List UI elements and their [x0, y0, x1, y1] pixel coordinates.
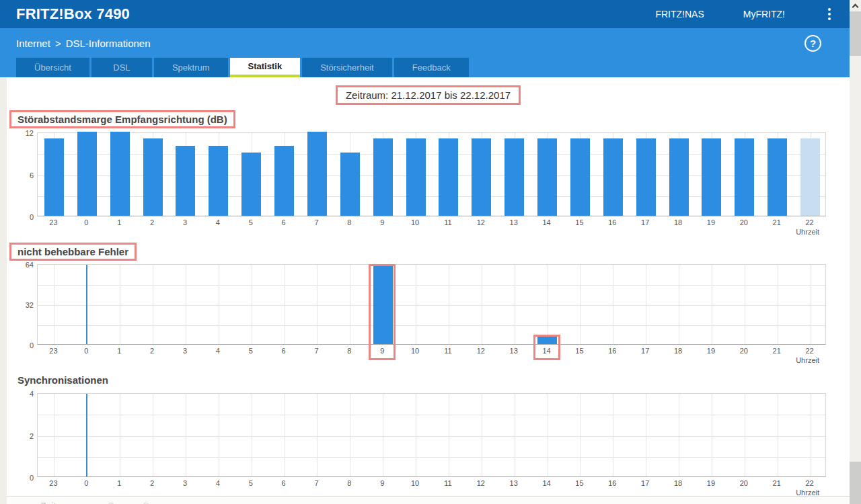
- bar: [44, 138, 64, 216]
- y-tick-label: 0: [12, 474, 34, 482]
- tab-bar: ÜbersichtDSLSpektrumStatistikStörsicherh…: [16, 58, 850, 77]
- grid-line-v: [778, 394, 778, 476]
- bar: [340, 153, 360, 216]
- grid-line-v: [285, 394, 285, 476]
- x-tick-label: 7: [300, 479, 333, 489]
- tab-spektrum[interactable]: Spektrum: [154, 58, 228, 77]
- chart-title-row: Störabstandsmarge Empfangsrichtung (dB): [9, 110, 850, 128]
- grid-line-v: [580, 265, 581, 344]
- nav-link-fritznas[interactable]: FRITZ!NAS: [655, 9, 704, 19]
- x-tick-label: 17: [629, 479, 662, 489]
- tab-strsicherheit[interactable]: Störsicherheit: [302, 58, 391, 77]
- nav-link-myfritz[interactable]: MyFRITZ!: [743, 9, 785, 19]
- x-tick-label: 14: [530, 218, 563, 228]
- x-tick-label: 10: [399, 347, 432, 356]
- x-tick-label: 3: [169, 479, 202, 489]
- x-tick-label: 0: [70, 347, 103, 356]
- x-tick-label: 10: [399, 479, 432, 489]
- plot-area: 03264: [37, 264, 826, 345]
- x-tick-label: 3: [169, 218, 202, 228]
- grid-line-v: [548, 394, 548, 476]
- x-tick-label: 19: [695, 347, 728, 356]
- bar: [274, 146, 294, 216]
- bar: [800, 138, 820, 216]
- x-tick-label: 8: [333, 347, 366, 356]
- y-tick-label: 64: [12, 261, 34, 269]
- tab-bersicht[interactable]: Übersicht: [16, 58, 89, 77]
- x-tick-label: 4: [201, 479, 234, 489]
- x-tick-label: 22: [793, 218, 826, 228]
- scrollbar[interactable]: [850, 0, 861, 504]
- chart-title: Synchronisationen: [17, 373, 108, 387]
- grid-line-v: [350, 394, 350, 476]
- bar: [209, 146, 228, 216]
- grid-line-h: [38, 415, 825, 415]
- grid-line-v: [613, 265, 613, 344]
- grid-line-v: [515, 265, 515, 344]
- x-tick-label: 23: [37, 479, 70, 489]
- scroll-up-button[interactable]: [850, 0, 861, 11]
- highlight-box: [533, 335, 560, 360]
- x-tick-label: 23: [37, 347, 70, 356]
- grid-line-v: [548, 265, 548, 344]
- x-tick-label: 2: [136, 347, 169, 356]
- x-tick-label: 11: [432, 479, 465, 489]
- period-badge: Zeitraum: 21.12.2017 bis 22.12.2017: [336, 85, 521, 105]
- grid-line-v: [712, 265, 712, 344]
- grid-line-v: [745, 394, 745, 476]
- bar: [241, 153, 261, 216]
- y-tick-label: 2: [12, 432, 34, 440]
- x-tick-label: 15: [563, 218, 596, 228]
- breadcrumb-section[interactable]: Internet: [16, 38, 50, 49]
- x-tick-label: 7: [300, 218, 333, 228]
- x-tick-label: 1: [103, 218, 136, 228]
- y-tick-label: 0: [12, 213, 34, 221]
- tab-statistik[interactable]: Statistik: [230, 58, 301, 77]
- plot-area: 024: [37, 393, 826, 477]
- x-tick-label: 19: [695, 479, 728, 489]
- chart-title: nicht behebbare Fehler: [9, 243, 137, 261]
- grid-line-v: [350, 265, 350, 344]
- x-tick-label: 6: [267, 479, 300, 489]
- grid-line-v: [449, 265, 449, 344]
- chart-title-row: nicht behebbare Fehler: [9, 243, 850, 261]
- bar: [603, 138, 623, 216]
- tab-feedback[interactable]: Feedback: [394, 58, 469, 77]
- x-tick-label: 21: [760, 347, 793, 356]
- tab-dsl[interactable]: DSL: [91, 58, 152, 77]
- y-tick-label: 32: [12, 301, 34, 309]
- x-tick-label: 9: [366, 218, 399, 228]
- x-tick-label: 19: [695, 218, 728, 228]
- x-tick-label: 18: [662, 479, 695, 489]
- chart-title: Störabstandsmarge Empfangsrichtung (dB): [9, 110, 235, 128]
- content-panel: Zeitraum: 21.12.2017 bis 22.12.2017 Stör…: [7, 77, 850, 504]
- grid-line-v: [778, 265, 778, 344]
- bar: [570, 138, 590, 216]
- x-tick-label: 16: [596, 218, 629, 228]
- x-tick-label: 5: [234, 347, 267, 356]
- grid-line-v: [383, 394, 383, 476]
- x-tick-label: 8: [333, 218, 366, 228]
- grid-line-v: [285, 265, 285, 344]
- scrollbar-thumb[interactable]: [850, 56, 861, 462]
- x-tick-label: 16: [596, 347, 629, 356]
- x-tick-label: 2: [136, 479, 169, 489]
- bar: [143, 138, 163, 216]
- kebab-menu-icon[interactable]: [824, 5, 835, 23]
- grid-line-v: [679, 394, 679, 476]
- grid-line-v: [515, 394, 515, 476]
- help-icon[interactable]: ?: [804, 35, 821, 52]
- x-tick-label: 13: [497, 479, 530, 489]
- x-tick-label: 13: [497, 218, 530, 228]
- x-tick-label: 2: [136, 218, 169, 228]
- app-header: FRITZ!Box 7490 FRITZ!NAS MyFRITZ!: [0, 0, 850, 28]
- x-tick-label: 5: [234, 218, 267, 228]
- bar: [735, 138, 754, 216]
- grid-line-h: [38, 305, 825, 306]
- grid-line-v: [449, 394, 449, 476]
- breadcrumb[interactable]: Internet > DSL-Informationen: [16, 38, 151, 49]
- x-tick-label: 22: [793, 479, 826, 489]
- x-tick-label: 3: [169, 347, 202, 356]
- x-tick-label: 11: [432, 218, 465, 228]
- grid-line-h: [38, 285, 825, 286]
